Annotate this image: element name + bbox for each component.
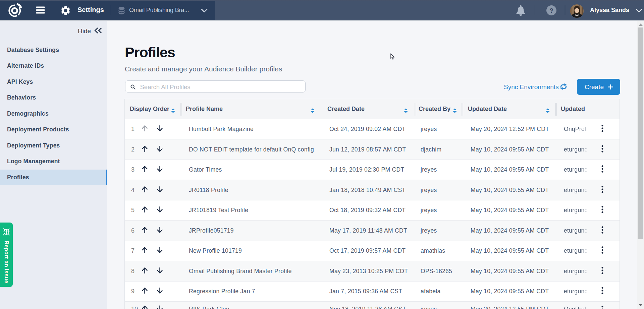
svg-text:?: ? xyxy=(549,7,553,14)
